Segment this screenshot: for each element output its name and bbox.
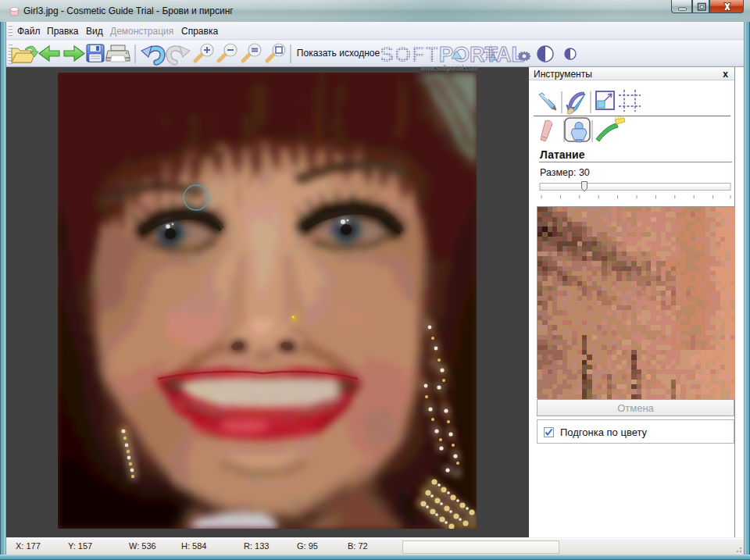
svg-text:SOFT: SOFT xyxy=(380,43,439,66)
svg-text:PORTAL: PORTAL xyxy=(439,43,524,66)
svg-text:www.softportal.com: www.softportal.com xyxy=(420,64,478,72)
svg-text:Латание: Латание xyxy=(540,148,585,161)
svg-text:Размер: 30: Размер: 30 xyxy=(540,167,590,178)
